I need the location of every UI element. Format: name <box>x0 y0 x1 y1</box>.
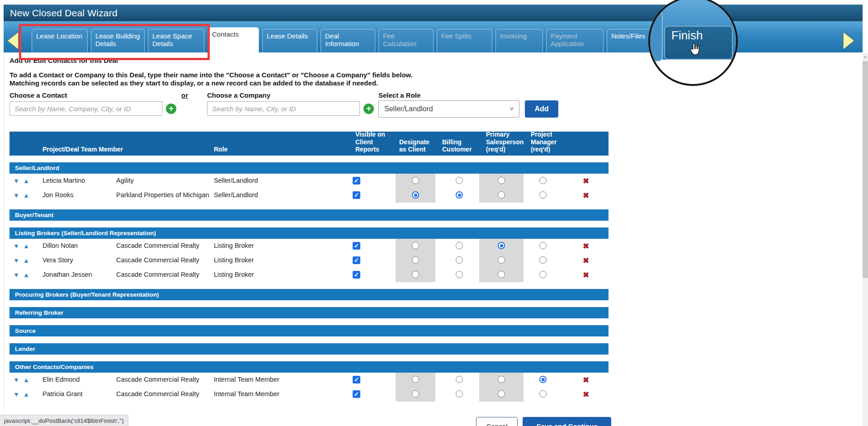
billing-customer-radio[interactable] <box>456 242 463 249</box>
tab-fee-calculation: Fee Calculation <box>378 29 434 53</box>
primary-salesperson-radio[interactable] <box>498 271 505 278</box>
billing-customer-radio[interactable] <box>456 390 463 398</box>
project-manager-radio[interactable] <box>539 177 547 184</box>
primary-salesperson-radio[interactable] <box>498 390 505 398</box>
scrollbar-thumb[interactable] <box>863 61 868 278</box>
section-bar-seller-landlord: Seller/Landlord <box>9 162 609 174</box>
add-contact-plus-icon[interactable]: + <box>166 104 176 114</box>
move-up-icon[interactable]: ▲ <box>23 257 29 264</box>
contact-name: Jon Rooks <box>42 191 74 199</box>
contact-company: Cascade Commercial Realty <box>116 376 199 383</box>
move-down-icon[interactable]: ▼ <box>13 178 19 184</box>
visible-on-client-reports-checkbox[interactable]: ✓ <box>353 390 360 398</box>
tab-contacts[interactable]: Contacts <box>208 27 259 54</box>
move-down-icon[interactable]: ▼ <box>13 377 19 383</box>
table-row-dillon-nolan: ▼▲Dillon NolanCascade Commercial RealtyL… <box>9 239 609 253</box>
visible-on-client-reports-checkbox[interactable]: ✓ <box>353 242 360 250</box>
section-bar-listing-brokers-seller-landlord-representation: Listing Brokers (Seller/Landlord Represe… <box>9 227 609 239</box>
table-row-elin-edmond: ▼▲Elin EdmondCascade Commercial RealtyIn… <box>9 373 609 387</box>
move-down-icon[interactable]: ▼ <box>13 243 19 249</box>
primary-salesperson-radio[interactable] <box>498 242 505 249</box>
primary-salesperson-radio[interactable] <box>498 191 505 199</box>
designate-as-client-radio[interactable] <box>412 376 419 383</box>
contact-role: Seller/Landlord <box>214 191 258 199</box>
primary-salesperson-radio[interactable] <box>498 177 505 184</box>
designate-as-client-radio[interactable] <box>412 191 419 199</box>
billing-customer-radio[interactable] <box>456 271 463 278</box>
visible-on-client-reports-checkbox[interactable]: ✓ <box>353 271 360 279</box>
delete-row-icon[interactable]: ✖ <box>583 256 589 265</box>
move-up-icon[interactable]: ▲ <box>23 377 29 383</box>
delete-row-icon[interactable]: ✖ <box>583 176 589 186</box>
contact-name: Dillon Nolan <box>42 242 78 249</box>
designate-as-client-radio[interactable] <box>412 256 419 264</box>
project-manager-radio[interactable] <box>539 390 547 398</box>
company-search-input[interactable] <box>207 101 360 116</box>
delete-row-icon[interactable]: ✖ <box>583 191 589 200</box>
scrollbar-up-arrow-icon[interactable]: ▲ <box>863 53 868 61</box>
project-manager-radio[interactable] <box>539 242 547 249</box>
tab-deal-information[interactable]: Deal Information <box>321 29 375 53</box>
visible-on-client-reports-checkbox[interactable]: ✓ <box>353 256 360 264</box>
visible-on-client-reports-checkbox[interactable]: ✓ <box>353 177 360 185</box>
move-up-icon[interactable]: ▲ <box>23 178 29 184</box>
move-up-icon[interactable]: ▲ <box>23 272 29 278</box>
billing-customer-radio[interactable] <box>456 376 463 383</box>
billing-customer-radio[interactable] <box>456 177 463 184</box>
role-select[interactable]: Seller/Landlord ˅ <box>378 100 519 118</box>
move-up-icon[interactable]: ▲ <box>23 391 29 398</box>
move-up-icon[interactable]: ▲ <box>23 192 29 199</box>
visible-on-client-reports-checkbox[interactable]: ✓ <box>353 191 360 199</box>
section-title: Listing Brokers (Seller/Landlord Represe… <box>15 230 156 237</box>
add-button[interactable]: Add <box>525 100 558 118</box>
designate-as-client-radio[interactable] <box>412 177 419 184</box>
designate-as-client-radio[interactable] <box>412 271 419 278</box>
or-label: or <box>181 91 188 99</box>
contact-role: Internal Team Member <box>214 376 279 383</box>
tab-lease-location[interactable]: Lease Location <box>32 29 88 53</box>
tab-lease-space-details[interactable]: Lease Space Details <box>148 29 204 53</box>
move-up-icon[interactable]: ▲ <box>23 243 29 249</box>
project-manager-radio[interactable] <box>539 256 547 264</box>
add-company-plus-icon[interactable]: + <box>363 104 374 114</box>
table-row-vera-story: ▼▲Vera StoryCascade Commercial RealtyLis… <box>9 253 609 268</box>
hand-cursor-icon <box>689 42 702 57</box>
section-bar-referring-broker: Referring Broker <box>9 307 609 318</box>
contact-role: Internal Team Member <box>214 390 279 398</box>
move-down-icon[interactable]: ▼ <box>13 257 19 264</box>
tab-lease-building-details[interactable]: Lease Building Details <box>91 29 145 53</box>
cancel-button[interactable]: Cancel <box>476 417 518 426</box>
designate-as-client-radio[interactable] <box>412 390 419 398</box>
move-down-icon[interactable]: ▼ <box>13 272 19 278</box>
tab-label: Contacts <box>212 30 239 38</box>
contact-company: Parkland Properties of Michigan <box>116 191 209 199</box>
vertical-scrollbar[interactable]: ▲ <box>863 53 868 426</box>
billing-customer-radio[interactable] <box>456 191 463 199</box>
primary-salesperson-radio[interactable] <box>498 376 505 383</box>
billing-customer-radio[interactable] <box>456 256 463 264</box>
save-and-continue-button[interactable]: Save and Continue <box>523 417 611 426</box>
move-down-icon[interactable]: ▼ <box>13 192 19 199</box>
tab-finish-magnified[interactable]: Finish <box>664 26 733 60</box>
new-closed-deal-wizard-window: New Closed Deal Wizard Lease LocationLea… <box>0 0 868 426</box>
section-title: Referring Broker <box>15 309 63 316</box>
visible-on-client-reports-checkbox[interactable]: ✓ <box>353 376 360 383</box>
tab-scroll-right-arrow[interactable] <box>842 30 856 51</box>
tab-invoicing: Invoicing <box>495 29 543 53</box>
delete-row-icon[interactable]: ✖ <box>583 270 589 280</box>
delete-row-icon[interactable]: ✖ <box>583 241 589 251</box>
project-manager-radio[interactable] <box>539 191 547 199</box>
project-manager-radio[interactable] <box>539 271 547 278</box>
section-bar-buyer-tenant: Buyer/Tenant <box>9 209 609 221</box>
contact-search-input[interactable] <box>9 101 162 116</box>
delete-row-icon[interactable]: ✖ <box>583 375 589 385</box>
designate-as-client-radio[interactable] <box>412 242 419 249</box>
section-bar-source: Source <box>9 325 609 336</box>
tab-lease-details[interactable]: Lease Details <box>262 29 317 53</box>
tab-scroll-left-arrow[interactable] <box>5 30 20 51</box>
delete-row-icon[interactable]: ✖ <box>583 390 589 399</box>
project-manager-radio[interactable] <box>539 376 547 383</box>
primary-salesperson-radio[interactable] <box>498 256 505 264</box>
section-rows: ▼▲Leticia MartinoAgilitySeller/Landlord✓… <box>9 174 609 203</box>
move-down-icon[interactable]: ▼ <box>13 391 19 398</box>
